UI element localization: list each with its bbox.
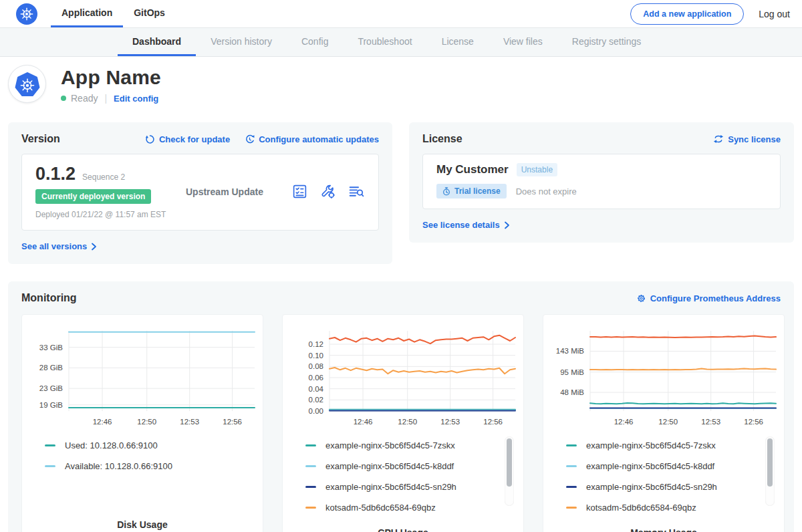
disk-usage-legend: Used: 10.128.0.66:9100Available: 10.128.… [25, 434, 260, 515]
version-number: 0.1.2 [35, 164, 76, 184]
view-deploy-logs-icon[interactable] [348, 183, 365, 200]
legend-dash-icon [566, 486, 577, 488]
svg-text:28 GiB: 28 GiB [39, 364, 63, 372]
legend-dash-icon [305, 486, 316, 488]
version-source-label: Upstream Update [186, 186, 291, 197]
svg-text:19 GiB: 19 GiB [39, 401, 63, 409]
logout-link[interactable]: Log out [759, 9, 790, 19]
legend-scrollbar-thumb[interactable] [767, 438, 773, 487]
svg-text:12:50: 12:50 [398, 418, 417, 426]
version-card-title: Version [21, 133, 60, 145]
sync-arrows-icon [713, 134, 724, 144]
status-dot-icon [61, 96, 66, 101]
subnav-tab-license[interactable]: License [427, 28, 489, 56]
add-application-button[interactable]: Add a new application [630, 3, 744, 25]
chevron-right-icon [91, 243, 97, 251]
legend-item: example-nginx-5bc6f5d4c5-7zskx [566, 440, 781, 450]
svg-text:12:56: 12:56 [483, 418, 503, 426]
svg-text:0.08: 0.08 [309, 362, 323, 370]
refresh-icon [145, 134, 155, 144]
subnav-tab-troubleshoot[interactable]: Troubleshoot [343, 28, 426, 56]
stopwatch-icon [442, 187, 450, 196]
app-sub-nav: DashboardVersion historyConfigTroublesho… [0, 28, 802, 57]
svg-text:0.00: 0.00 [309, 407, 323, 415]
license-expiry: Does not expire [516, 186, 577, 196]
legend-dash-icon [45, 444, 55, 446]
svg-text:0.02: 0.02 [309, 396, 323, 404]
legend-label: Available: 10.128.0.66:9100 [65, 461, 172, 471]
topnav-tabs: Application GitOps [51, 0, 176, 27]
legend-dash-icon [305, 507, 316, 509]
legend-dash-icon [566, 465, 577, 467]
svg-text:12:50: 12:50 [658, 418, 678, 426]
legend-item: kotsadm-5db6dc6584-69qbz [566, 503, 781, 513]
legend-item: Used: 10.128.0.66:9100 [45, 440, 260, 450]
see-all-versions-link[interactable]: See all versions [21, 241, 97, 251]
cpu-usage-plot: 0.120.100.080.060.040.020.0012:4612:5012… [285, 323, 521, 434]
subnav-tab-dashboard[interactable]: Dashboard [118, 28, 196, 56]
edit-config-link[interactable]: Edit config [114, 94, 158, 104]
divider: | [104, 93, 107, 104]
svg-text:48 MiB: 48 MiB [560, 388, 584, 396]
legend-scrollbar-thumb[interactable] [507, 438, 512, 487]
legend-item: example-nginx-5bc6f5d4c5-sn29h [305, 482, 521, 492]
preflight-checks-icon[interactable] [291, 183, 308, 200]
legend-item: Available: 10.128.0.66:9100 [45, 461, 260, 471]
configure-prometheus-link[interactable]: Configure Prometheus Address [636, 293, 781, 303]
topnav-tab-application[interactable]: Application [51, 0, 123, 27]
deployed-version-badge: Currently deployed version [35, 189, 151, 204]
svg-text:12:46: 12:46 [354, 418, 373, 426]
gear-icon [636, 293, 646, 303]
legend-label: example-nginx-5bc6f5d4c5-k8ddf [586, 461, 714, 471]
top-nav: Application GitOps Add a new application… [0, 0, 802, 28]
legend-dash-icon [566, 444, 577, 446]
svg-text:95 MiB: 95 MiB [560, 368, 584, 376]
svg-text:12:46: 12:46 [614, 418, 634, 426]
subnav-tab-view-files[interactable]: View files [489, 28, 557, 56]
legend-label: example-nginx-5bc6f5d4c5-sn29h [325, 482, 456, 492]
see-license-details-link[interactable]: See license details [422, 220, 510, 230]
legend-dash-icon [305, 465, 316, 467]
app-header: App Name Ready | Edit config [0, 57, 802, 114]
check-for-update-link[interactable]: Check for update [145, 134, 230, 144]
license-card: License Sync license My Customer Uns [409, 122, 794, 243]
legend-label: Used: 10.128.0.66:9100 [65, 440, 158, 450]
version-sequence: Sequence 2 [82, 172, 125, 182]
svg-text:12:56: 12:56 [744, 418, 763, 426]
kubernetes-logo-icon[interactable] [16, 3, 37, 25]
trial-license-badge: Trial license [436, 184, 507, 198]
svg-text:0.10: 0.10 [309, 352, 323, 360]
legend-item: example-nginx-5bc6f5d4c5-k8ddf [305, 461, 521, 471]
legend-label: example-nginx-5bc6f5d4c5-k8ddf [325, 461, 454, 471]
svg-text:12:46: 12:46 [93, 418, 112, 426]
memory-usage-chart-card: 143 MiB95 MiB48 MiB12:4612:5012:5312:56e… [543, 314, 785, 532]
svg-text:23 GiB: 23 GiB [39, 384, 63, 392]
chevron-right-icon [504, 221, 510, 229]
config-wrench-icon[interactable] [319, 183, 336, 200]
sync-license-link[interactable]: Sync license [713, 134, 781, 144]
legend-scrollbar[interactable] [505, 436, 514, 506]
legend-scrollbar[interactable] [765, 436, 775, 506]
legend-dash-icon [566, 507, 577, 509]
scheduled-update-icon [245, 134, 255, 144]
license-summary-row: My Customer Unstable Trial license Does … [422, 154, 781, 209]
cpu-usage-chart-card: 0.120.100.080.060.040.020.0012:4612:5012… [282, 314, 524, 532]
version-card: Version Check for update Configure au [8, 122, 392, 264]
deployed-timestamp: Deployed 01/21/22 @ 11:57 am EST [35, 210, 186, 219]
legend-label: example-nginx-5bc6f5d4c5-sn29h [586, 482, 717, 492]
configure-automatic-updates-link[interactable]: Configure automatic updates [245, 134, 379, 144]
channel-badge: Unstable [517, 163, 557, 176]
subnav-tab-registry-settings[interactable]: Registry settings [557, 28, 656, 56]
page-title: App Name [61, 66, 161, 89]
chart-title: Memory Usage [546, 527, 781, 532]
svg-text:12:53: 12:53 [440, 418, 460, 426]
chart-title: Disk Usage [25, 519, 260, 530]
svg-text:12:56: 12:56 [223, 418, 242, 426]
topnav-tab-gitops[interactable]: GitOps [123, 0, 176, 27]
monitoring-card: Monitoring Configure Prometheus Address … [8, 281, 794, 532]
legend-label: kotsadm-5db6dc6584-69qbz [586, 503, 696, 513]
current-version-row: 0.1.2 Sequence 2 Currently deployed vers… [21, 154, 379, 231]
subnav-tab-config[interactable]: Config [287, 28, 343, 56]
svg-text:143 MiB: 143 MiB [556, 347, 585, 355]
subnav-tab-version-history[interactable]: Version history [196, 28, 287, 56]
